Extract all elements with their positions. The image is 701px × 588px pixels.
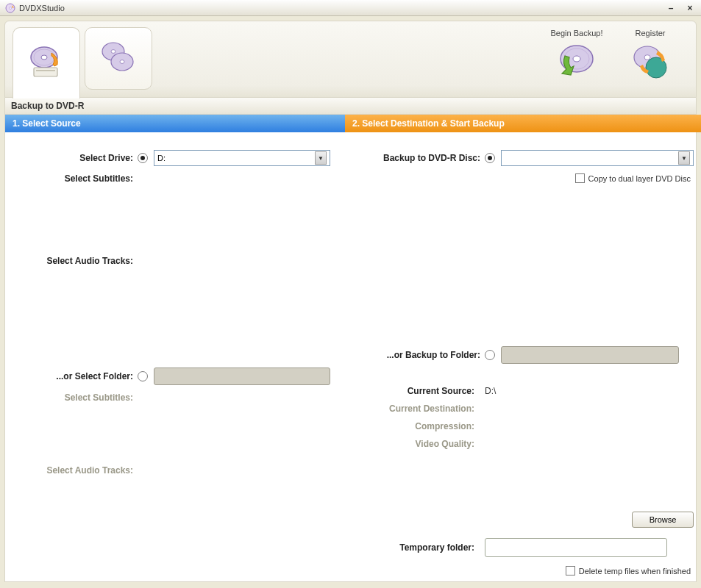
double-disc-icon [99, 38, 138, 79]
select-drive-combo[interactable]: D: ▼ [154, 150, 330, 166]
select-drive-radio[interactable] [138, 153, 148, 163]
tab-backup-disc[interactable] [85, 27, 152, 90]
tab-backup-drive[interactable] [13, 27, 80, 98]
begin-backup-button[interactable]: Begin Backup! [540, 27, 613, 86]
dual-layer-checkbox[interactable] [575, 173, 585, 183]
delete-temp-label: Delete temp files when finished [579, 567, 691, 576]
or-backup-folder-label: ...or Backup to Folder: [360, 350, 485, 360]
select-audio-label: Select Audio Tracks: [20, 256, 138, 266]
temp-folder-input[interactable] [485, 538, 667, 557]
delete-temp-checkbox[interactable] [566, 566, 575, 576]
dual-layer-label: Copy to dual layer DVD Disc [588, 174, 691, 183]
section-header: Backup to DVD-R [4, 98, 697, 115]
begin-backup-icon [556, 41, 597, 84]
select-folder-field [154, 368, 330, 385]
backup-disc-radio[interactable] [485, 153, 495, 163]
current-destination-label: Current Destination: [360, 404, 485, 414]
browse-button[interactable]: Browse [632, 512, 694, 528]
select-drive-value: D: [157, 154, 166, 162]
select-folder-radio[interactable] [138, 371, 148, 381]
close-button[interactable]: × [683, 3, 697, 13]
current-source-label: Current Source: [360, 386, 485, 396]
toolbar: Begin Backup! Register [4, 21, 697, 98]
backup-folder-radio[interactable] [485, 350, 495, 360]
disc-drive-icon [26, 43, 66, 84]
compression-label: Compression: [360, 421, 485, 431]
register-button[interactable]: Register [613, 27, 687, 86]
svg-point-1 [10, 7, 12, 9]
temp-folder-label: Temporary folder: [360, 542, 485, 553]
browse-label: Browse [650, 515, 677, 524]
svg-point-15 [644, 55, 650, 60]
titlebar: DVDXStudio – × [0, 0, 701, 16]
select-drive-label: Select Drive: [20, 153, 138, 163]
window-title: DVDXStudio [19, 4, 664, 12]
svg-point-8 [111, 49, 115, 53]
register-label: Register [613, 29, 687, 37]
register-icon [630, 41, 671, 84]
svg-rect-5 [34, 68, 57, 76]
svg-point-4 [41, 55, 47, 60]
svg-rect-6 [36, 70, 55, 71]
svg-point-10 [120, 60, 124, 63]
panel-header-destination: 2. Select Destination & Start Backup [345, 115, 701, 132]
current-source-value: D:\ [485, 386, 496, 396]
backup-folder-field [501, 346, 679, 364]
select-subtitles-label: Select Subtitles: [20, 173, 138, 184]
or-select-folder-label: ...or Select Folder: [20, 371, 138, 381]
panel-header-source: 1. Select Source [5, 115, 345, 132]
backup-disc-label: Backup to DVD-R Disc: [360, 153, 485, 163]
backup-disc-combo[interactable]: ▼ [501, 150, 694, 166]
chevron-down-icon: ▼ [315, 151, 327, 165]
app-icon [4, 2, 16, 14]
minimize-button[interactable]: – [664, 3, 677, 13]
chevron-down-icon: ▼ [678, 151, 690, 165]
select-audio2-label: Select Audio Tracks: [20, 465, 138, 476]
begin-backup-label: Begin Backup! [540, 29, 613, 37]
svg-point-13 [573, 56, 580, 62]
select-subtitles2-label: Select Subtitles: [20, 392, 138, 403]
video-quality-label: Video Quality: [360, 439, 485, 449]
